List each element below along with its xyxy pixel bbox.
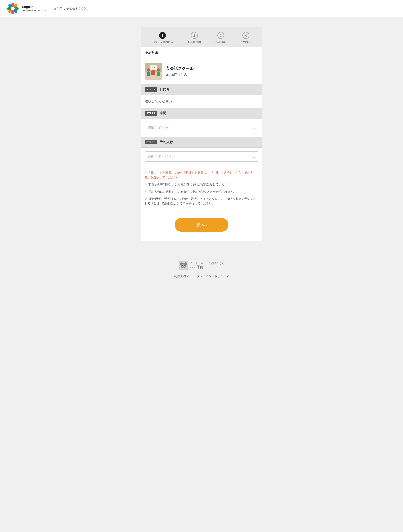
privacy-label: プライバシーポリシー: [197, 274, 226, 278]
footer-logo-icon: [179, 261, 188, 270]
step-3-label: 内容確認: [215, 40, 226, 44]
product-price: 3,300円（税込）: [166, 73, 193, 77]
step2-badge: STEP.2: [145, 111, 157, 116]
terms-link[interactable]: 利用規約 ↗: [174, 274, 189, 278]
svg-point-16: [157, 68, 160, 72]
note-2: ※ 非表示の時間帯は、設定外か既に予約が定員に達しています。: [145, 182, 258, 187]
logo-area: English conversation school: [6, 2, 46, 15]
step3-title: 予約人数: [160, 140, 173, 144]
footer-logo-caption: インターネット予約するなら: [190, 261, 225, 265]
main-card: 1 日時・人数の選択 2 お客様情報 3 内容確認: [141, 27, 262, 241]
step3-badge: STEP.3: [145, 140, 157, 144]
terms-external-icon: ↗: [187, 275, 189, 278]
step-1-circle: 1: [159, 32, 166, 39]
step2-header: STEP.2 時間: [141, 108, 262, 119]
step-2-label: お客様情報: [188, 40, 201, 44]
page-body: 1 日時・人数の選択 2 お客様情報 3 内容確認: [0, 17, 403, 532]
privacy-external-icon: ↗: [227, 275, 229, 278]
logo-sub-text: conversation school: [22, 9, 46, 12]
notes-section: ※「日にち」を選択してから「時間」を選択し、「時間」を選択してから「予約人数」を…: [141, 166, 262, 210]
svg-point-9: [11, 7, 15, 10]
step-indicator: 1 日時・人数の選択 2 お客様情報 3 内容確認: [141, 27, 262, 47]
terms-label: 利用規約: [174, 274, 186, 278]
step-dash-2: [201, 32, 215, 37]
svg-point-27: [183, 266, 184, 267]
product-info: 英会話スクール 3,300円（税込）: [166, 66, 193, 77]
product-row: ABc 英会話スクール 3,300円（税込）: [141, 59, 262, 84]
step-4: 4 予約完了: [241, 32, 251, 44]
footer-logo: インターネット予約するなら ベア予約: [179, 261, 225, 270]
svg-rect-13: [151, 70, 155, 75]
provider-label: 提供者：株式会社〇〇〇〇: [53, 6, 91, 11]
step-1: 1 日時・人数の選択: [152, 32, 173, 44]
step1-badge: STEP.1: [145, 87, 157, 92]
logo-icon: [6, 2, 20, 15]
note-1: ※「日にち」を選択してから「時間」を選択し、「時間」を選択してから「予約人数」を…: [145, 171, 258, 180]
step-3-circle: 3: [217, 32, 224, 39]
step-4-label: 予約完了: [241, 40, 251, 44]
svg-point-14: [147, 68, 150, 72]
product-image: ABc: [145, 63, 162, 80]
step-dash-3: [226, 32, 241, 37]
svg-rect-17: [157, 72, 160, 76]
step-2-circle: 2: [191, 32, 198, 39]
note-3: ※ 予約人数は、選択している日時に予約可能な人数が表示されます。: [145, 190, 258, 194]
step-4-circle: 4: [242, 32, 249, 39]
product-image-svg: ABc: [145, 63, 162, 80]
step1-header: STEP.1 日にち: [141, 84, 262, 95]
footer-logo-name: ベア予約: [190, 265, 203, 270]
step-3: 3 内容確認: [215, 32, 226, 44]
reservation-target-header: 予約対象: [141, 47, 262, 59]
site-header: English conversation school 提供者：株式会社〇〇〇〇: [0, 0, 403, 17]
step-dash-1: [173, 32, 188, 37]
logo-main-text: English: [22, 5, 46, 9]
date-placeholder-text: 選択してください: [145, 99, 258, 104]
people-select[interactable]: [145, 151, 258, 162]
step-2: 2 お客様情報: [188, 32, 201, 44]
date-select-area: 選択してください: [141, 95, 262, 108]
step1-title: 日にち: [160, 87, 170, 92]
footer-links: 利用規約 ↗ プライバシーポリシー ↗: [174, 274, 229, 278]
time-select[interactable]: [145, 123, 258, 133]
time-select-wrapper[interactable]: ⌄ 選択してください: [141, 119, 262, 137]
svg-text:ABc: ABc: [151, 67, 156, 69]
people-select-wrapper[interactable]: ⌄ 選択してください: [141, 148, 262, 166]
svg-point-26: [184, 265, 185, 266]
product-name: 英会話スクール: [166, 66, 193, 71]
note-4: ※ 1回の予約で予約可能な人数は、最大20人までとなります。20人を超える予約を…: [145, 197, 258, 206]
btn-area: 次へ ›: [141, 210, 262, 241]
svg-rect-15: [147, 72, 150, 76]
next-button[interactable]: 次へ ›: [175, 218, 228, 232]
step2-title: 時間: [160, 111, 166, 116]
footer: インターネット予約するなら ベア予約 利用規約 ↗ プライバシーポリシー ↗: [5, 251, 398, 286]
step3-header: STEP.3 予約人数: [141, 137, 262, 148]
privacy-link[interactable]: プライバシーポリシー ↗: [197, 274, 229, 278]
svg-point-25: [182, 265, 183, 266]
step-1-label: 日時・人数の選択: [152, 40, 173, 44]
